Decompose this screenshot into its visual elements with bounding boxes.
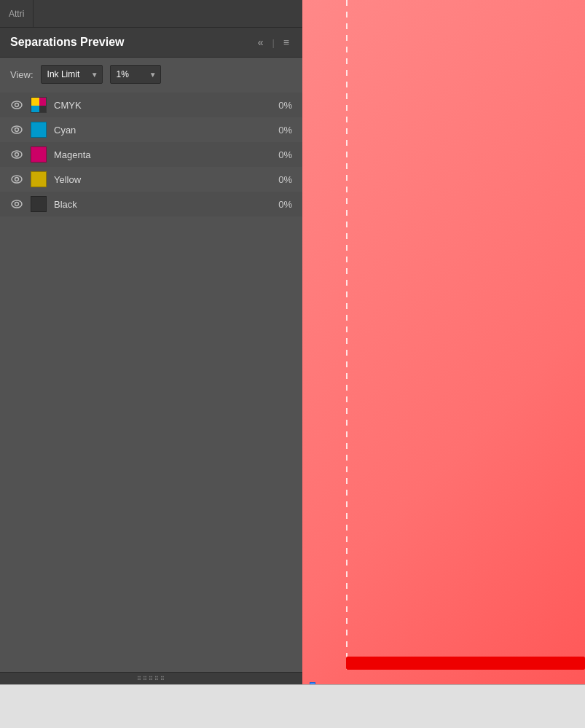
- eye-icon-black[interactable]: [10, 200, 23, 208]
- panel-scrollbar[interactable]: ⠿⠿⠿⠿⠿: [0, 672, 302, 685]
- svg-rect-5: [39, 106, 47, 113]
- bottom-bar: [0, 684, 585, 728]
- header-separator: |: [272, 37, 274, 48]
- panel-header: Separations Preview « | ≡: [0, 28, 302, 58]
- ink-row-cmyk: CMYK 0%: [0, 93, 302, 117]
- tab-attributes[interactable]: Attri: [0, 0, 34, 27]
- magenta-swatch: [31, 146, 47, 163]
- svg-point-1: [15, 103, 19, 107]
- svg-point-9: [15, 153, 19, 157]
- svg-point-0: [12, 101, 22, 109]
- cmyk-swatch: [31, 97, 47, 113]
- canvas-area: [302, 0, 585, 728]
- svg-rect-2: [31, 98, 39, 106]
- ink-percent-magenta: 0%: [270, 149, 292, 160]
- ink-list: CMYK 0% Cyan 0% Magent: [0, 93, 302, 216]
- header-controls: « | ≡: [255, 35, 292, 50]
- eye-icon-cyan[interactable]: [10, 125, 23, 134]
- ink-percent-black: 0%: [270, 199, 292, 210]
- view-label: View:: [10, 69, 34, 80]
- ink-row-black: Black 0%: [0, 192, 302, 216]
- tab-label: Attri: [9, 9, 24, 19]
- ink-name-cyan: Cyan: [54, 125, 263, 136]
- menu-button[interactable]: ≡: [280, 35, 292, 50]
- view-select-wrapper[interactable]: Ink Limit All CMYK Cyan Magenta Yellow B…: [41, 65, 103, 84]
- eye-icon-yellow[interactable]: [10, 175, 23, 184]
- ink-name-cmyk: CMYK: [54, 100, 263, 111]
- dashed-border-line: [346, 0, 348, 670]
- panel-title: Separations Preview: [10, 36, 125, 49]
- percent-select-wrapper[interactable]: 1% 5% 10% 50% 100% ▼: [110, 65, 161, 84]
- ink-percent-cmyk: 0%: [270, 100, 292, 111]
- ink-row-cyan: Cyan 0%: [0, 117, 302, 142]
- svg-rect-4: [31, 106, 39, 113]
- collapse-button[interactable]: «: [255, 35, 267, 50]
- cyan-swatch: [31, 122, 47, 138]
- view-select[interactable]: Ink Limit All CMYK Cyan Magenta Yellow B…: [41, 65, 103, 84]
- panel-empty-area: [0, 216, 302, 672]
- svg-point-10: [12, 176, 22, 183]
- view-row: View: Ink Limit All CMYK Cyan Magenta Ye…: [0, 58, 302, 91]
- svg-point-13: [15, 203, 19, 206]
- ink-percent-cyan: 0%: [270, 125, 292, 136]
- ink-percent-yellow: 0%: [270, 174, 292, 185]
- ink-name-magenta: Magenta: [54, 149, 263, 160]
- scrollbar-indicator: ⠿⠿⠿⠿⠿: [137, 676, 166, 682]
- percent-select[interactable]: 1% 5% 10% 50% 100%: [110, 65, 161, 84]
- ink-name-black: Black: [54, 199, 263, 210]
- svg-point-12: [12, 200, 22, 208]
- red-ink-bar: [346, 657, 585, 670]
- separations-panel: Attri Separations Preview « | ≡ View: In…: [0, 0, 302, 685]
- svg-point-11: [15, 178, 19, 181]
- ink-row-magenta: Magenta 0%: [0, 142, 302, 167]
- ink-row-yellow: Yellow 0%: [0, 167, 302, 192]
- svg-point-6: [12, 126, 22, 133]
- tab-bar: Attri: [0, 0, 302, 28]
- document-background: [302, 0, 585, 728]
- svg-point-8: [12, 151, 22, 158]
- yellow-swatch: [31, 171, 47, 187]
- ink-name-yellow: Yellow: [54, 174, 263, 185]
- svg-point-7: [15, 128, 19, 132]
- svg-rect-3: [39, 98, 47, 106]
- black-swatch: [31, 196, 47, 212]
- eye-icon-magenta[interactable]: [10, 150, 23, 159]
- eye-icon-cmyk[interactable]: [10, 101, 23, 109]
